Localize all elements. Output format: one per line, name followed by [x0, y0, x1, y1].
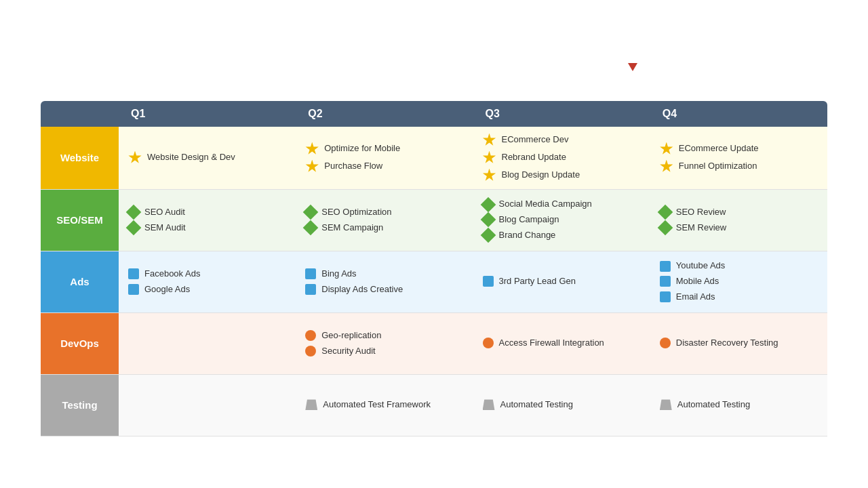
item-text: Purchase Flow — [324, 161, 382, 172]
item-text: Display Ads Creative — [321, 284, 403, 296]
item-text: SEO Optimization — [321, 207, 391, 218]
roadmap-container: Q1 Q2 Q3 Q4 WebsiteWebsite Design & DevO… — [41, 52, 827, 436]
cell-ads-q1: Facebook AdsGoogle Ads — [119, 251, 296, 312]
item-text: SEM Campaign — [321, 222, 383, 234]
list-item: Security Audit — [305, 346, 463, 357]
square-icon — [128, 284, 139, 295]
circle-icon — [660, 338, 671, 348]
star-icon — [483, 134, 496, 147]
label-seosem: SEO/SEM — [41, 190, 119, 251]
list-item: Facebook Ads — [128, 268, 286, 280]
list-item: Bing Ads — [305, 268, 463, 280]
list-item: Automated Testing — [660, 399, 818, 411]
item-text: ECommerce Update — [679, 143, 759, 155]
star-icon — [660, 142, 673, 156]
item-text: Social Media Campaign — [499, 199, 592, 210]
cell-website-q2: Optimize for MobilePurchase Flow — [296, 127, 473, 189]
item-text: Blog Design Update — [502, 169, 580, 181]
list-item: Website Design & Dev — [128, 151, 286, 165]
list-item: Email Ads — [660, 291, 818, 303]
cell-devops-q4: Disaster Recovery Testing — [650, 313, 827, 374]
list-item: SEO Optimization — [305, 207, 463, 218]
list-item: Disaster Recovery Testing — [660, 338, 818, 349]
diamond-icon — [480, 228, 496, 243]
list-item: Display Ads Creative — [305, 284, 463, 296]
square-icon — [660, 276, 671, 287]
row-ads: AdsFacebook AdsGoogle AdsBing AdsDisplay… — [41, 251, 827, 313]
cell-testing-q4: Automated Testing — [650, 375, 827, 436]
list-item: Blog Design Update — [483, 169, 641, 182]
cell-testing-q3: Automated Testing — [473, 375, 650, 436]
list-item: SEO Review — [660, 207, 818, 218]
diamond-icon — [480, 197, 496, 212]
row-seosem: SEO/SEMSEO AuditSEM AuditSEO Optimizatio… — [41, 190, 827, 251]
item-text: Security Audit — [321, 346, 376, 357]
list-item: Automated Test Framework — [305, 399, 463, 411]
star-icon — [305, 142, 319, 156]
row-testing: TestingAutomated Test FrameworkAutomated… — [41, 375, 827, 436]
item-text: Optimize for Mobile — [324, 143, 400, 155]
diamond-icon — [126, 220, 142, 236]
list-item: Rebrand Update — [483, 151, 641, 165]
list-item: Geo-replication — [305, 330, 463, 342]
item-text: Automated Test Framework — [323, 399, 431, 411]
square-icon — [305, 284, 316, 295]
cell-seosem-q4: SEO ReviewSEM Review — [650, 190, 827, 251]
item-text: Funnel Optimization — [679, 161, 757, 172]
star-icon — [305, 160, 319, 174]
trapezoid-icon — [305, 399, 317, 410]
list-item: Google Ads — [128, 284, 286, 296]
cell-devops-q1 — [119, 313, 296, 374]
star-icon — [128, 151, 142, 165]
cell-seosem-q2: SEO OptimizationSEM Campaign — [296, 190, 473, 251]
list-item: SEO Audit — [128, 207, 286, 218]
header-spacer — [41, 101, 119, 127]
star-icon — [483, 151, 496, 165]
square-icon — [483, 276, 494, 287]
item-text: SEM Audit — [144, 222, 186, 234]
circle-icon — [305, 330, 316, 341]
diamond-icon — [657, 205, 673, 220]
star-icon — [660, 160, 673, 174]
cell-devops-q2: Geo-replicationSecurity Audit — [296, 313, 473, 374]
star-icon — [483, 169, 496, 182]
square-icon — [305, 268, 316, 279]
rows-container: WebsiteWebsite Design & DevOptimize for … — [41, 127, 827, 436]
list-item: SEM Audit — [128, 222, 286, 234]
list-item: 3rd Party Lead Gen — [483, 276, 641, 287]
list-item: SEM Campaign — [305, 222, 463, 234]
cell-website-q1: Website Design & Dev — [119, 127, 296, 189]
diamond-icon — [303, 220, 319, 236]
square-icon — [128, 268, 139, 279]
item-text: Automated Testing — [500, 399, 573, 411]
cell-website-q4: ECommerce UpdateFunnel Optimization — [650, 127, 827, 189]
item-text: ECommerce Dev — [502, 134, 569, 146]
cell-devops-q3: Access Firewall Integration — [473, 313, 650, 374]
list-item: Access Firewall Integration — [483, 338, 641, 349]
item-text: 3rd Party Lead Gen — [499, 276, 576, 287]
label-website: Website — [41, 127, 119, 189]
label-testing: Testing — [41, 375, 119, 436]
item-text: Bing Ads — [321, 268, 356, 280]
trapezoid-icon — [660, 399, 672, 410]
diamond-icon — [303, 205, 319, 220]
row-devops: DevOpsGeo-replicationSecurity AuditAcces… — [41, 313, 827, 375]
item-text: SEO Review — [676, 207, 726, 218]
item-text: Website Design & Dev — [147, 152, 235, 163]
list-item: Optimize for Mobile — [305, 142, 463, 156]
item-text: Email Ads — [676, 291, 715, 303]
diamond-icon — [126, 205, 142, 220]
list-item: Social Media Campaign — [483, 199, 641, 210]
today-arrow — [628, 63, 637, 71]
item-text: Automated Testing — [677, 399, 750, 411]
cell-ads-q3: 3rd Party Lead Gen — [473, 251, 650, 312]
cell-ads-q4: Youtube AdsMobile AdsEmail Ads — [650, 251, 827, 312]
item-text: Disaster Recovery Testing — [676, 338, 778, 349]
label-ads: Ads — [41, 251, 119, 312]
trapezoid-icon — [483, 399, 495, 410]
diamond-icon — [480, 212, 496, 228]
cell-seosem-q3: Social Media CampaignBlog CampaignBrand … — [473, 190, 650, 251]
item-text: SEO Audit — [144, 207, 185, 218]
list-item: ECommerce Update — [660, 142, 818, 156]
header-q1: Q1 — [119, 101, 296, 127]
